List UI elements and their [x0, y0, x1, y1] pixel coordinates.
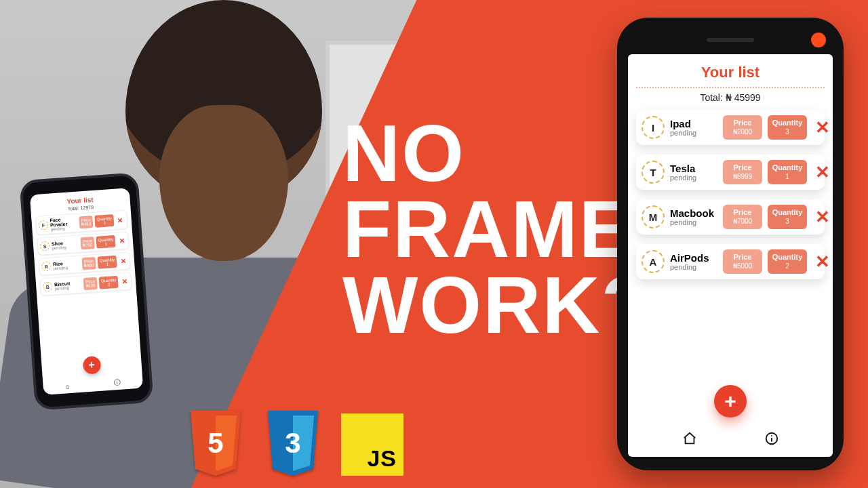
bottom-nav	[628, 431, 833, 450]
mini-qty-chip: Quantity1	[97, 256, 117, 269]
mini-item-meta: Face Powderpending	[50, 216, 77, 232]
mini-qty-chip: Quantity1	[96, 235, 116, 249]
js-logo-icon: JS	[341, 413, 403, 476]
mini-list: FFace PowderpendingPrice₦450Quantity2✕SS…	[35, 210, 132, 296]
mini-item-avatar: B	[43, 281, 53, 291]
svg-point-8	[771, 435, 772, 436]
html5-logo-icon: 5	[186, 411, 245, 476]
headline-line-1: NO	[342, 115, 652, 191]
mini-delete-icon[interactable]: ✕	[120, 277, 129, 285]
mini-price-chip: Price₦450	[79, 216, 93, 228]
item-name: Tesla	[670, 163, 717, 174]
mini-qty-chip: Quantity2	[94, 214, 115, 228]
mini-home-icon[interactable]: ⌂	[65, 382, 70, 390]
mini-delete-icon[interactable]: ✕	[119, 257, 127, 265]
mini-delete-icon[interactable]: ✕	[117, 237, 126, 245]
delete-icon[interactable]: ✕	[812, 208, 833, 226]
price-chip[interactable]: Price₦8999	[723, 160, 762, 184]
list-item[interactable]: IIpadpendingPrice₦2000Quantity3✕	[636, 110, 825, 145]
delete-icon[interactable]: ✕	[812, 119, 833, 136]
item-avatar: M	[642, 205, 665, 228]
item-status: pending	[670, 218, 717, 226]
item-meta: Teslapending	[670, 163, 717, 182]
mini-info-icon[interactable]: ⓘ	[113, 378, 121, 388]
mini-list-item[interactable]: BBiscuitpendingPrice₦120Quantity3✕	[39, 272, 132, 296]
list-item[interactable]: TTeslapendingPrice₦8999Quantity1✕	[636, 155, 825, 190]
svg-text:5: 5	[208, 427, 223, 459]
css3-logo-icon: 3	[264, 411, 322, 476]
item-status: pending	[670, 129, 717, 137]
item-name: Macbook	[670, 208, 717, 218]
quantity-chip[interactable]: Quantity3	[768, 115, 807, 140]
add-button[interactable]: +	[714, 385, 747, 418]
mini-list-item[interactable]: RRicependingPrice₦900Quantity1✕	[38, 251, 130, 275]
headline-line-3: WORK?	[342, 267, 652, 343]
quantity-chip[interactable]: Quantity2	[768, 249, 807, 274]
handheld-phone: Your list Total: 12979 FFace Powderpendi…	[19, 172, 153, 410]
home-icon[interactable]	[682, 431, 697, 450]
mini-item-avatar: R	[41, 262, 52, 272]
mini-item-meta: Ricepending	[53, 260, 81, 270]
item-status: pending	[670, 263, 717, 271]
tech-logos: 5 3 JS	[186, 411, 403, 476]
svg-text:3: 3	[285, 427, 300, 459]
delete-icon[interactable]: ✕	[812, 253, 833, 270]
mini-item-avatar: F	[39, 220, 49, 230]
mini-bottom-nav: ⌂ ⓘ	[43, 376, 143, 392]
quantity-chip[interactable]: Quantity3	[768, 205, 807, 229]
item-meta: Ipadpending	[670, 119, 717, 137]
price-chip[interactable]: Price₦5000	[723, 249, 762, 274]
mini-qty-chip: Quantity3	[99, 276, 119, 289]
delete-icon[interactable]: ✕	[812, 163, 833, 181]
list-item[interactable]: MMacbookpendingPrice₦7000Quantity3✕	[636, 199, 825, 235]
item-avatar: I	[642, 116, 665, 139]
mini-item-meta: Biscuitpending	[54, 280, 82, 291]
mini-item-avatar: S	[40, 241, 50, 251]
item-avatar: T	[642, 161, 665, 184]
mini-list-item[interactable]: SShoependingPrice₦750Quantity1✕	[37, 231, 129, 255]
item-status: pending	[670, 174, 717, 182]
total-line: Total: ₦ 45999	[636, 92, 825, 103]
app-screen: Your list Total: ₦ 45999 IIpadpendingPri…	[628, 54, 833, 457]
item-meta: AirPodspending	[670, 253, 717, 271]
price-chip[interactable]: Price₦7000	[723, 205, 762, 229]
mini-item-meta: Shoepending	[52, 239, 79, 250]
mini-add-button[interactable]: +	[82, 356, 101, 375]
headline-line-2: FRAME	[342, 191, 652, 267]
title-divider	[636, 87, 825, 88]
mini-price-chip: Price₦120	[83, 277, 98, 290]
total-value: 45999	[734, 92, 761, 103]
thumbnail-stage: Your list Total: 12979 FFace Powderpendi…	[0, 0, 868, 488]
item-avatar: A	[642, 250, 665, 273]
mini-list-item[interactable]: FFace PowderpendingPrice₦450Quantity2✕	[35, 210, 128, 235]
item-name: AirPods	[670, 253, 717, 263]
item-list: IIpadpendingPrice₦2000Quantity3✕TTeslape…	[636, 110, 825, 279]
price-chip[interactable]: Price₦2000	[723, 115, 762, 140]
mini-price-chip: Price₦750	[80, 237, 94, 249]
mini-price-chip: Price₦900	[82, 257, 96, 270]
headline: NO FRAME WORK?	[342, 115, 652, 343]
phone-speaker	[707, 38, 754, 42]
list-item[interactable]: AAirPodspendingPrice₦5000Quantity2✕	[636, 244, 825, 279]
info-icon[interactable]	[764, 431, 779, 450]
item-name: Ipad	[670, 119, 717, 129]
app-title: Your list	[636, 64, 825, 81]
total-currency: ₦	[726, 92, 732, 103]
phone-mockup: ⋮ Your list Total: ₦ 45999 IIpadpendingP…	[617, 18, 844, 470]
mini-delete-icon[interactable]: ✕	[116, 216, 125, 224]
handheld-screen: Your list Total: 12979 FFace Powderpendi…	[30, 188, 143, 395]
phone-camera	[811, 33, 826, 47]
total-label: Total:	[700, 92, 722, 103]
quantity-chip[interactable]: Quantity1	[768, 160, 807, 184]
item-meta: Macbookpending	[670, 208, 717, 226]
